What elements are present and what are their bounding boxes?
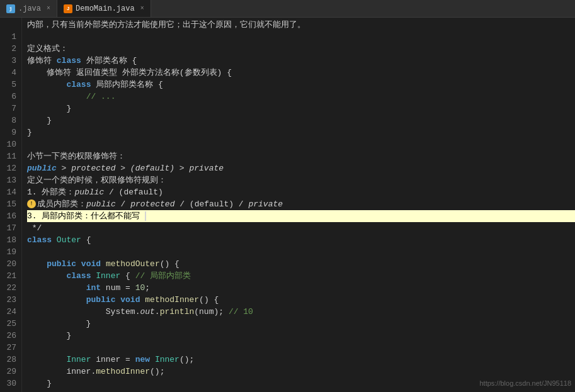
tab-java[interactable]: j .java × — [0, 0, 57, 17]
code-line-12: 小节一下类的权限修饰符： — [27, 150, 575, 162]
code-line-4: 修饰符 class 外部类名称 { — [27, 55, 575, 67]
code-line-27: } — [27, 330, 575, 342]
tab-close-2[interactable]: × — [140, 5, 144, 12]
code-line-20 — [27, 246, 575, 258]
code-line-19: class Outer { — [27, 234, 575, 246]
text-cursor — [140, 211, 146, 221]
code-line-24: public void methodInner() { — [27, 294, 575, 306]
code-line-13: public > protected > (default) > private — [27, 162, 575, 174]
code-line-26: } — [27, 318, 575, 330]
code-line-23: int num = 10; — [27, 282, 575, 294]
code-line-5: 修饰符 返回值类型 外部类方法名称(参数列表) { — [27, 67, 575, 79]
code-line-30: inner.methodInner(); — [27, 366, 575, 378]
code-line-17: 3. 局部内部类：什么都不能写 — [27, 210, 575, 222]
watermark: https://blog.csdn.net/JN95118 — [479, 378, 571, 389]
code-line-11 — [27, 138, 575, 150]
code-line-10: } — [27, 126, 575, 138]
code-line-29: Inner inner = new Inner(); — [27, 354, 575, 366]
java-icon: j — [6, 4, 15, 13]
code-line-16: !成员内部类：public / protected / (default) / … — [27, 198, 575, 210]
tab-demomain[interactable]: J DemoMain.java × — [57, 0, 151, 17]
tab-bar: j .java × J DemoMain.java × — [0, 0, 575, 18]
demomain-icon: J — [64, 4, 72, 13]
code-line-2 — [27, 31, 575, 43]
code-line-6: class 局部内部类名称 { — [27, 79, 575, 91]
tab-close-1[interactable]: × — [47, 5, 50, 12]
code-area[interactable]: 内部，只有当前外部类的方法才能使用它；出于这个原因，它们就不能用了。 定义格式：… — [22, 18, 575, 392]
warning-icon: ! — [27, 199, 36, 208]
editor: 1 2 3 4 5 6 7 8 9 10 11 12 13 14 15 16 1… — [0, 18, 575, 392]
code-line-22: class Inner { // 局部内部类 — [27, 270, 575, 282]
code-line-7: // ... — [27, 91, 575, 103]
code-line-15: 1. 外部类：public / (default) — [27, 186, 575, 198]
code-line-18: */ — [27, 222, 575, 234]
code-line-28 — [27, 342, 575, 354]
code-line-8: } — [27, 103, 575, 115]
tab-label-1: .java — [18, 4, 41, 13]
line-numbers: 1 2 3 4 5 6 7 8 9 10 11 12 13 14 15 16 1… — [0, 18, 22, 392]
code-line-14: 定义一个类的时候，权限修饰符规则： — [27, 174, 575, 186]
code-line-21: public void methodOuter() { — [27, 258, 575, 270]
code-line-25: System.out.println(num); // 10 — [27, 306, 575, 318]
code-line-top: 内部，只有当前外部类的方法才能使用它；出于这个原因，它们就不能用了。 — [27, 19, 575, 31]
code-line-32: } — [27, 389, 575, 392]
code-line-3: 定义格式： — [27, 43, 575, 55]
code-line-9: } — [27, 115, 575, 126]
tab-label-2: DemoMain.java — [76, 4, 135, 13]
